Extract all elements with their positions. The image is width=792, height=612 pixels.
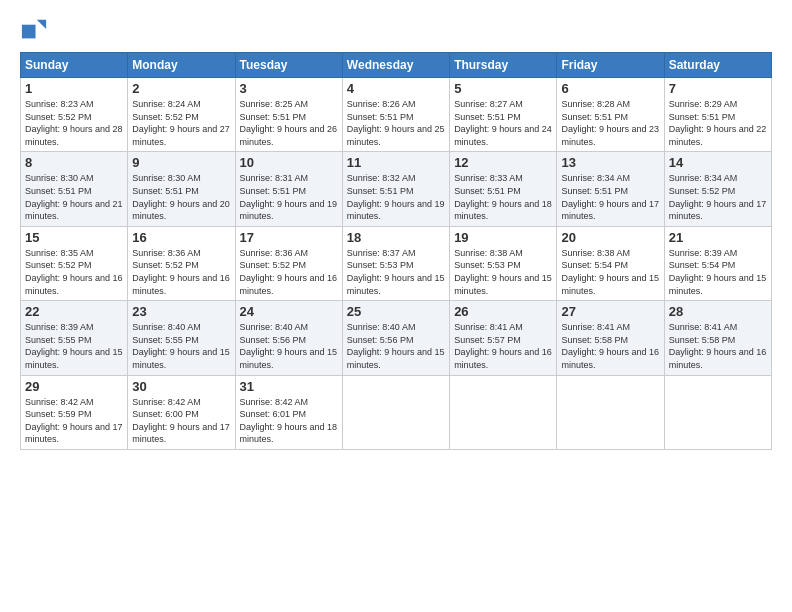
calendar-cell: 28Sunrise: 8:41 AMSunset: 5:58 PMDayligh… <box>664 301 771 375</box>
day-number: 8 <box>25 155 123 170</box>
cell-text: Sunrise: 8:26 AMSunset: 5:51 PMDaylight:… <box>347 98 445 148</box>
cell-text: Sunrise: 8:30 AMSunset: 5:51 PMDaylight:… <box>132 172 230 222</box>
calendar-cell: 8Sunrise: 8:30 AMSunset: 5:51 PMDaylight… <box>21 152 128 226</box>
cell-text: Sunrise: 8:42 AMSunset: 6:00 PMDaylight:… <box>132 396 230 446</box>
col-header-monday: Monday <box>128 53 235 78</box>
calendar-cell: 10Sunrise: 8:31 AMSunset: 5:51 PMDayligh… <box>235 152 342 226</box>
cell-text: Sunrise: 8:40 AMSunset: 5:55 PMDaylight:… <box>132 321 230 371</box>
col-header-sunday: Sunday <box>21 53 128 78</box>
svg-marker-1 <box>37 20 46 29</box>
header: ◼ <box>20 16 772 44</box>
calendar-cell: 15Sunrise: 8:35 AMSunset: 5:52 PMDayligh… <box>21 226 128 300</box>
calendar-cell: 3Sunrise: 8:25 AMSunset: 5:51 PMDaylight… <box>235 78 342 152</box>
day-number: 22 <box>25 304 123 319</box>
calendar-cell: 22Sunrise: 8:39 AMSunset: 5:55 PMDayligh… <box>21 301 128 375</box>
week-row-4: 22Sunrise: 8:39 AMSunset: 5:55 PMDayligh… <box>21 301 772 375</box>
day-number: 17 <box>240 230 338 245</box>
cell-text: Sunrise: 8:41 AMSunset: 5:58 PMDaylight:… <box>561 321 659 371</box>
day-number: 21 <box>669 230 767 245</box>
calendar-cell <box>664 375 771 449</box>
cell-text: Sunrise: 8:38 AMSunset: 5:54 PMDaylight:… <box>561 247 659 297</box>
week-row-3: 15Sunrise: 8:35 AMSunset: 5:52 PMDayligh… <box>21 226 772 300</box>
cell-text: Sunrise: 8:40 AMSunset: 5:56 PMDaylight:… <box>347 321 445 371</box>
day-number: 1 <box>25 81 123 96</box>
col-header-saturday: Saturday <box>664 53 771 78</box>
calendar-cell <box>557 375 664 449</box>
col-header-wednesday: Wednesday <box>342 53 449 78</box>
calendar-cell: 1Sunrise: 8:23 AMSunset: 5:52 PMDaylight… <box>21 78 128 152</box>
cell-text: Sunrise: 8:38 AMSunset: 5:53 PMDaylight:… <box>454 247 552 297</box>
col-header-friday: Friday <box>557 53 664 78</box>
calendar-cell: 18Sunrise: 8:37 AMSunset: 5:53 PMDayligh… <box>342 226 449 300</box>
cell-text: Sunrise: 8:34 AMSunset: 5:51 PMDaylight:… <box>561 172 659 222</box>
day-number: 13 <box>561 155 659 170</box>
day-number: 20 <box>561 230 659 245</box>
calendar-cell: 16Sunrise: 8:36 AMSunset: 5:52 PMDayligh… <box>128 226 235 300</box>
cell-text: Sunrise: 8:36 AMSunset: 5:52 PMDaylight:… <box>240 247 338 297</box>
calendar-cell: 9Sunrise: 8:30 AMSunset: 5:51 PMDaylight… <box>128 152 235 226</box>
calendar-cell: 6Sunrise: 8:28 AMSunset: 5:51 PMDaylight… <box>557 78 664 152</box>
calendar-cell: 24Sunrise: 8:40 AMSunset: 5:56 PMDayligh… <box>235 301 342 375</box>
day-number: 4 <box>347 81 445 96</box>
day-number: 9 <box>132 155 230 170</box>
calendar-cell: 5Sunrise: 8:27 AMSunset: 5:51 PMDaylight… <box>450 78 557 152</box>
day-number: 23 <box>132 304 230 319</box>
cell-text: Sunrise: 8:34 AMSunset: 5:52 PMDaylight:… <box>669 172 767 222</box>
cell-text: Sunrise: 8:32 AMSunset: 5:51 PMDaylight:… <box>347 172 445 222</box>
cell-text: Sunrise: 8:41 AMSunset: 5:57 PMDaylight:… <box>454 321 552 371</box>
calendar-cell <box>342 375 449 449</box>
cell-text: Sunrise: 8:28 AMSunset: 5:51 PMDaylight:… <box>561 98 659 148</box>
cell-text: Sunrise: 8:37 AMSunset: 5:53 PMDaylight:… <box>347 247 445 297</box>
cell-text: Sunrise: 8:42 AMSunset: 5:59 PMDaylight:… <box>25 396 123 446</box>
col-header-thursday: Thursday <box>450 53 557 78</box>
day-number: 25 <box>347 304 445 319</box>
calendar-cell: 7Sunrise: 8:29 AMSunset: 5:51 PMDaylight… <box>664 78 771 152</box>
col-header-tuesday: Tuesday <box>235 53 342 78</box>
cell-text: Sunrise: 8:39 AMSunset: 5:55 PMDaylight:… <box>25 321 123 371</box>
day-number: 31 <box>240 379 338 394</box>
day-number: 18 <box>347 230 445 245</box>
day-number: 24 <box>240 304 338 319</box>
cell-text: Sunrise: 8:36 AMSunset: 5:52 PMDaylight:… <box>132 247 230 297</box>
calendar-cell: 11Sunrise: 8:32 AMSunset: 5:51 PMDayligh… <box>342 152 449 226</box>
header-row: SundayMondayTuesdayWednesdayThursdayFrid… <box>21 53 772 78</box>
calendar-cell: 27Sunrise: 8:41 AMSunset: 5:58 PMDayligh… <box>557 301 664 375</box>
calendar-cell: 4Sunrise: 8:26 AMSunset: 5:51 PMDaylight… <box>342 78 449 152</box>
logo: ◼ <box>20 16 52 44</box>
cell-text: Sunrise: 8:33 AMSunset: 5:51 PMDaylight:… <box>454 172 552 222</box>
calendar-cell: 26Sunrise: 8:41 AMSunset: 5:57 PMDayligh… <box>450 301 557 375</box>
page: ◼ SundayMondayTuesdayWednesdayThursdayFr… <box>0 0 792 612</box>
cell-text: Sunrise: 8:30 AMSunset: 5:51 PMDaylight:… <box>25 172 123 222</box>
day-number: 29 <box>25 379 123 394</box>
day-number: 7 <box>669 81 767 96</box>
calendar-cell: 14Sunrise: 8:34 AMSunset: 5:52 PMDayligh… <box>664 152 771 226</box>
calendar-cell: 21Sunrise: 8:39 AMSunset: 5:54 PMDayligh… <box>664 226 771 300</box>
day-number: 3 <box>240 81 338 96</box>
week-row-2: 8Sunrise: 8:30 AMSunset: 5:51 PMDaylight… <box>21 152 772 226</box>
calendar-cell: 20Sunrise: 8:38 AMSunset: 5:54 PMDayligh… <box>557 226 664 300</box>
day-number: 19 <box>454 230 552 245</box>
day-number: 6 <box>561 81 659 96</box>
calendar-cell: 25Sunrise: 8:40 AMSunset: 5:56 PMDayligh… <box>342 301 449 375</box>
cell-text: Sunrise: 8:42 AMSunset: 6:01 PMDaylight:… <box>240 396 338 446</box>
day-number: 27 <box>561 304 659 319</box>
logo-icon: ◼ <box>20 16 48 44</box>
day-number: 5 <box>454 81 552 96</box>
day-number: 15 <box>25 230 123 245</box>
svg-text:◼: ◼ <box>20 18 37 41</box>
cell-text: Sunrise: 8:41 AMSunset: 5:58 PMDaylight:… <box>669 321 767 371</box>
calendar-cell: 12Sunrise: 8:33 AMSunset: 5:51 PMDayligh… <box>450 152 557 226</box>
day-number: 11 <box>347 155 445 170</box>
cell-text: Sunrise: 8:40 AMSunset: 5:56 PMDaylight:… <box>240 321 338 371</box>
cell-text: Sunrise: 8:24 AMSunset: 5:52 PMDaylight:… <box>132 98 230 148</box>
calendar-cell: 23Sunrise: 8:40 AMSunset: 5:55 PMDayligh… <box>128 301 235 375</box>
calendar-cell: 17Sunrise: 8:36 AMSunset: 5:52 PMDayligh… <box>235 226 342 300</box>
cell-text: Sunrise: 8:29 AMSunset: 5:51 PMDaylight:… <box>669 98 767 148</box>
calendar-cell: 30Sunrise: 8:42 AMSunset: 6:00 PMDayligh… <box>128 375 235 449</box>
day-number: 16 <box>132 230 230 245</box>
cell-text: Sunrise: 8:27 AMSunset: 5:51 PMDaylight:… <box>454 98 552 148</box>
cell-text: Sunrise: 8:35 AMSunset: 5:52 PMDaylight:… <box>25 247 123 297</box>
day-number: 10 <box>240 155 338 170</box>
calendar-cell: 31Sunrise: 8:42 AMSunset: 6:01 PMDayligh… <box>235 375 342 449</box>
cell-text: Sunrise: 8:25 AMSunset: 5:51 PMDaylight:… <box>240 98 338 148</box>
